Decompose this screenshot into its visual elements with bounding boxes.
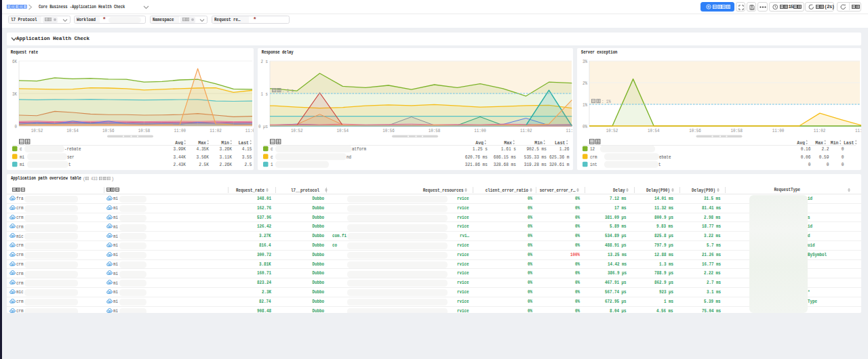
svg-text:3.26K: 3.26K (220, 146, 233, 152)
svg-text:Server exception: Server exception (581, 49, 618, 55)
svg-text:2.5K: 2.5K (199, 162, 209, 167)
svg-text:Response delay: Response delay (262, 49, 294, 55)
svg-text:1.61 s: 1.61 s (501, 146, 516, 152)
svg-text:3.56K: 3.56K (197, 154, 210, 160)
svg-text:321.86 ms: 321.86 ms (465, 162, 488, 167)
svg-text:10:56: 10:56 (382, 128, 395, 133)
svg-text:0: 0 (808, 162, 811, 167)
svg-text:Max: Max (504, 140, 512, 146)
svg-text:0%: 0% (583, 124, 587, 129)
svg-text:625.36 m: 625.36 m (549, 154, 570, 160)
svg-text:11:02: 11:02 (210, 128, 222, 133)
svg-text:12: 12 (590, 146, 595, 152)
svg-text:2%: 2% (583, 81, 587, 86)
svg-text:686.15 ms: 686.15 ms (494, 154, 516, 160)
svg-text:620.76 ms: 620.76 ms (465, 154, 488, 160)
svg-text:t: t (68, 162, 71, 167)
svg-text:2 s: 2 s (261, 59, 269, 64)
svg-text:Last: Last (555, 140, 566, 146)
svg-text:nd: nd (347, 154, 351, 160)
svg-text:Last: Last (238, 140, 249, 146)
svg-text:crm: crm (590, 154, 597, 160)
svg-text:10:54: 10:54 (648, 128, 660, 133)
svg-text:4.35K: 4.35K (197, 146, 210, 152)
svg-text:11:00: 11:00 (772, 128, 785, 133)
svg-text:2.5: 2.5 (244, 162, 252, 167)
svg-text:c: c (271, 146, 273, 152)
svg-text:10:56: 10:56 (689, 128, 701, 133)
svg-text:c: c (271, 154, 273, 160)
svg-text:10:54: 10:54 (66, 128, 79, 133)
svg-text:-rebate: -rebate (64, 146, 81, 152)
svg-text:1 s: 1 s (261, 91, 269, 97)
svg-text:11:04: 11:04 (245, 128, 254, 133)
svg-text:Min: Min (534, 140, 542, 146)
svg-text:3.55: 3.55 (242, 154, 252, 160)
svg-text:11:00: 11:00 (474, 128, 486, 133)
svg-text:int: int (590, 162, 597, 167)
svg-text:: 1%: : 1% (601, 99, 611, 104)
svg-text:1%: 1% (583, 102, 587, 108)
svg-text:: 1 s: : 1 s (282, 88, 294, 93)
svg-text:6K: 6K (12, 59, 17, 64)
svg-text:t: t (658, 162, 661, 167)
svg-text:Request rate: Request rate (11, 49, 39, 55)
svg-text:3.11K: 3.11K (220, 154, 233, 160)
svg-text:10:52: 10:52 (31, 128, 43, 133)
svg-text:11:04: 11:04 (855, 128, 861, 133)
svg-text:3.99K: 3.99K (174, 146, 186, 152)
svg-text:Min: Min (221, 140, 229, 146)
svg-text:atform: atform (352, 146, 366, 152)
svg-text:902.5 ms: 902.5 ms (526, 146, 547, 152)
svg-text:2.43K: 2.43K (174, 162, 186, 167)
svg-text:Max: Max (815, 140, 823, 146)
svg-text:0: 0 (842, 146, 844, 152)
svg-text:535.33 ms: 535.33 ms (524, 154, 547, 160)
svg-text:10:58: 10:58 (730, 128, 743, 133)
svg-text:0: 0 (827, 162, 829, 167)
svg-text:11:02: 11:02 (814, 128, 826, 133)
svg-text:10:52: 10:52 (606, 128, 618, 133)
svg-text:mi: mi (20, 162, 24, 167)
svg-text:ebate: ebate (659, 154, 671, 160)
svg-text:11:02: 11:02 (520, 128, 532, 133)
svg-text:0 µs: 0 µs (258, 124, 268, 129)
svg-text:11:00: 11:00 (174, 128, 186, 133)
svg-text:Last: Last (844, 140, 854, 146)
svg-text:10:52: 10:52 (291, 128, 303, 133)
svg-text:1.25 s: 1.25 s (473, 146, 488, 152)
svg-text:Avg: Avg (797, 140, 805, 146)
svg-text:10:58: 10:58 (429, 128, 441, 133)
svg-text:0.16: 0.16 (801, 146, 811, 152)
svg-text:2.26K: 2.26K (220, 162, 233, 167)
svg-text:320.61 m: 320.61 m (549, 162, 570, 167)
svg-text:3.44K: 3.44K (174, 154, 186, 160)
svg-text:3%: 3% (583, 59, 587, 64)
svg-text:319.28 ms: 319.28 ms (524, 162, 547, 167)
svg-text:10:56: 10:56 (102, 128, 115, 133)
svg-text:Avg: Avg (475, 140, 484, 146)
svg-text:10:54: 10:54 (337, 128, 349, 133)
svg-text:0: 0 (15, 124, 18, 129)
svg-text:Avg: Avg (175, 140, 183, 146)
svg-text:Min: Min (831, 140, 839, 146)
svg-text:10:58: 10:58 (138, 128, 151, 133)
svg-text:4.15: 4.15 (242, 146, 252, 152)
svg-text:mi: mi (20, 154, 24, 160)
svg-text:1.26: 1.26 (559, 146, 570, 152)
svg-text:0: 0 (842, 162, 844, 167)
svg-text:0.59: 0.59 (819, 154, 829, 160)
svg-text:0.06: 0.06 (801, 154, 811, 160)
svg-text:328.68 ms: 328.68 ms (494, 162, 516, 167)
svg-text:0: 0 (842, 154, 844, 160)
svg-text:1: 1 (271, 162, 273, 167)
svg-text:ser: ser (67, 154, 75, 160)
svg-text:c: c (20, 146, 22, 152)
svg-text:Max: Max (198, 140, 206, 146)
svg-text:3K: 3K (12, 91, 17, 97)
svg-text:11:04: 11:04 (566, 128, 573, 133)
svg-text:2.2: 2.2 (821, 146, 829, 152)
